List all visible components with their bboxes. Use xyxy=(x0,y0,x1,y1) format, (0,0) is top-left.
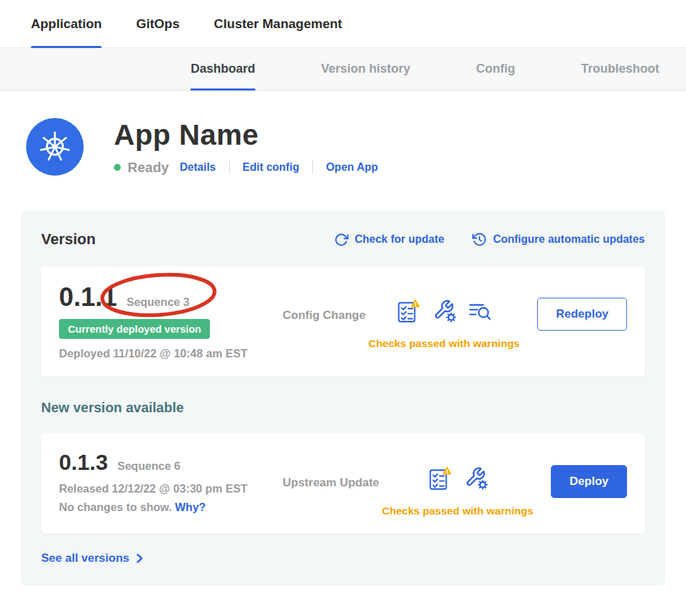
tab-application[interactable]: Application xyxy=(31,0,102,47)
currently-deployed-badge: Currently deployed version xyxy=(59,319,210,339)
wrench-gear-icon[interactable] xyxy=(432,298,457,323)
new-version-heading: New version available xyxy=(41,400,645,416)
version-panel: Version Check for update xyxy=(21,211,665,586)
details-link[interactable]: Details xyxy=(180,161,215,174)
current-version-row: 0.1.1 Sequence 3 xyxy=(59,283,276,312)
file-inspect-icon[interactable] xyxy=(468,298,493,323)
kubernetes-logo-icon xyxy=(26,118,84,176)
current-version-sequence: Sequence 3 xyxy=(127,296,190,309)
current-change-type-label: Config Change xyxy=(283,309,366,322)
check-for-update-link[interactable]: Check for update xyxy=(334,232,445,247)
wrench-gear-icon[interactable] xyxy=(464,466,488,490)
no-changes-text: No changes to show. xyxy=(59,501,172,513)
new-version-info: 0.1.3 Sequence 6 Released 12/12/22 @ 03:… xyxy=(59,450,276,514)
released-timestamp: Released 12/12/22 @ 03:30 pm EST xyxy=(59,482,276,495)
new-change-type-label: Upstream Update xyxy=(283,476,379,490)
panel-actions: Check for update Configure automatic upd… xyxy=(334,232,645,247)
new-version-sequence: Sequence 6 xyxy=(117,460,180,473)
current-version-info: 0.1.1 Sequence 3 Currently deployed vers… xyxy=(59,283,276,360)
refresh-icon xyxy=(334,233,348,247)
current-version-number: 0.1.1 xyxy=(59,283,117,312)
chevron-right-icon xyxy=(135,553,143,564)
tab-version-history[interactable]: Version history xyxy=(321,48,410,90)
preflight-checks-icon[interactable] xyxy=(395,298,421,324)
tab-config[interactable]: Config xyxy=(476,48,515,90)
separator xyxy=(229,161,230,174)
why-link[interactable]: Why? xyxy=(175,501,206,513)
no-changes-row: No changes to show. Why? xyxy=(59,501,276,514)
configure-auto-updates-link[interactable]: Configure automatic updates xyxy=(472,232,645,247)
tab-troubleshoot[interactable]: Troubleshoot xyxy=(581,48,659,90)
new-checks-area: Checks passed with warnings xyxy=(382,465,534,517)
current-checks-area: Checks passed with warnings xyxy=(368,298,520,350)
new-version-number: 0.1.3 xyxy=(59,450,108,475)
see-all-versions-label: See all versions xyxy=(41,552,130,565)
new-version-row: 0.1.3 Sequence 6 xyxy=(59,450,276,475)
status-dot-icon xyxy=(114,164,121,171)
deploy-button[interactable]: Deploy xyxy=(551,465,627,498)
current-checks-warning-text: Checks passed with warnings xyxy=(368,337,520,350)
app-status: Ready xyxy=(128,160,169,176)
primary-nav: Application GitOps Cluster Management xyxy=(0,0,686,48)
tab-gitops[interactable]: GitOps xyxy=(136,0,179,47)
new-checks-warning-text: Checks passed with warnings xyxy=(382,505,534,517)
see-all-versions-link[interactable]: See all versions xyxy=(41,552,143,565)
tab-cluster-management[interactable]: Cluster Management xyxy=(214,0,342,47)
new-version-card: 0.1.3 Sequence 6 Released 12/12/22 @ 03:… xyxy=(41,434,645,534)
configure-auto-updates-label: Configure automatic updates xyxy=(493,233,645,246)
app-title: App Name xyxy=(114,119,378,152)
current-checks-icons xyxy=(395,298,493,324)
app-secondary-nav: Dashboard Version history Config Trouble… xyxy=(0,48,686,91)
new-checks-icons xyxy=(427,465,488,491)
panel-title: Version xyxy=(41,230,95,248)
redeploy-button[interactable]: Redeploy xyxy=(537,298,627,331)
app-header-text: App Name Ready Details Edit config Open … xyxy=(114,119,378,176)
app-header: App Name Ready Details Edit config Open … xyxy=(0,91,686,176)
current-version-card: 0.1.1 Sequence 3 Currently deployed vers… xyxy=(41,266,645,377)
deployed-timestamp: Deployed 11/10/22 @ 10:48 am EST xyxy=(59,347,276,360)
separator xyxy=(312,161,313,174)
check-for-update-label: Check for update xyxy=(355,233,445,246)
preflight-checks-icon[interactable] xyxy=(427,465,453,491)
app-status-row: Ready Details Edit config Open App xyxy=(114,160,378,176)
tab-dashboard[interactable]: Dashboard xyxy=(191,48,255,90)
edit-config-link[interactable]: Edit config xyxy=(243,161,300,174)
version-panel-header: Version Check for update xyxy=(41,230,645,248)
open-app-link[interactable]: Open App xyxy=(326,161,378,174)
clock-refresh-icon xyxy=(472,232,487,247)
